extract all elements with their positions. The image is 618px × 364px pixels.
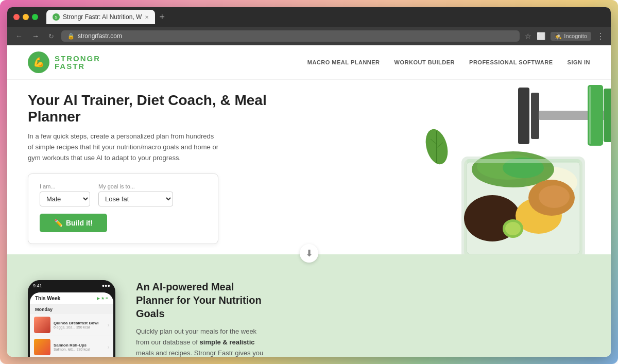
nav-professional-software[interactable]: PROFESSIONAL SOFTWARE [469, 59, 553, 65]
meal-info-2: Salmon Roll-Ups Salmon, lett... 280 kcal [54, 343, 105, 351]
green-section: ⬇ 9:41 ●●● This Week ▶ ★ ≡ [7, 254, 611, 357]
goal-group: My goal is to... Lose fat Build muscle M… [98, 183, 173, 206]
logo-line1: STRONGR [55, 55, 100, 62]
hero-left: Your AI Trainer, Diet Coach, & Meal Plan… [7, 80, 327, 254]
lock-icon: 🔒 [67, 33, 75, 40]
section-bold-1: simple & realistic [200, 338, 255, 346]
forward-button[interactable]: → [30, 31, 41, 41]
svg-rect-7 [588, 85, 603, 146]
meal-name-1: Quinoa Breakfast Bowl [54, 321, 105, 325]
barbell-image [503, 80, 611, 154]
browser-actions: ☆ ⬜ 🕵 Incognito ⋮ [525, 31, 605, 41]
meal-cal-1: 6 eggs, 2oz... 350 kcal [54, 325, 105, 329]
nav-workout-builder[interactable]: WORKOUT BUILDER [394, 59, 455, 65]
svg-point-0 [423, 127, 451, 165]
phone-week-label: This Week [35, 296, 60, 301]
incognito-label: Incognito [564, 33, 587, 39]
nav-sign-in[interactable]: SIGN IN [568, 59, 590, 65]
minimize-button[interactable] [23, 14, 29, 20]
svg-point-22 [505, 222, 521, 235]
tab-close-icon[interactable]: ✕ [145, 14, 149, 20]
hero-images [322, 80, 611, 254]
browser-window: S Strongr Fastr: AI Nutrition, W ✕ + ← →… [7, 7, 611, 357]
svg-rect-23 [467, 159, 580, 163]
tab-title: Strongr Fastr: AI Nutrition, W [63, 13, 142, 21]
hero-title: Your AI Trainer, Diet Coach, & Meal Plan… [28, 92, 306, 125]
pencil-icon: ✏️ [54, 219, 63, 227]
svg-point-15 [477, 154, 539, 180]
phone-screen: This Week ▶ ★ ≡ Monday Quinoa Breakfast … [30, 292, 113, 357]
bookmark-icon[interactable]: ☆ [525, 32, 531, 40]
meal-container-image [451, 126, 600, 254]
phone-app-store-btn[interactable]: ▶ ★ ≡ [97, 296, 108, 301]
section-body: Quickly plan out your meals for the week… [136, 326, 270, 357]
back-button[interactable]: ← [13, 31, 25, 41]
nav-macro-meal-planner[interactable]: MACRO MEAL PLANNER [307, 59, 380, 65]
logo-icon: 💪 [28, 51, 49, 73]
close-button[interactable] [13, 14, 20, 20]
leaf-image [423, 126, 451, 165]
logo-text: STRONGR FASTR [55, 55, 100, 70]
section-body-2: meals and recipes. Strongr Fastr gives y… [136, 349, 263, 357]
logo-line2: FASTR [55, 62, 100, 70]
green-content: 9:41 ●●● This Week ▶ ★ ≡ Monday [7, 265, 290, 357]
meal-arrow-2: › [108, 344, 109, 350]
incognito-icon: 🕵 [555, 33, 562, 40]
hero-form-card: I am... Male Female My goal is to... Los… [28, 174, 218, 244]
maximize-button[interactable] [32, 14, 38, 20]
meal-name-2: Salmon Roll-Ups [54, 343, 105, 348]
new-tab-button[interactable]: + [157, 12, 167, 23]
goal-label: My goal is to... [98, 183, 173, 189]
phone-day-label: Monday [30, 305, 113, 314]
incognito-indicator: 🕵 Incognito [551, 32, 591, 41]
phone-header: 9:41 ●●● [28, 280, 115, 290]
svg-point-17 [464, 195, 521, 241]
svg-line-3 [437, 143, 443, 148]
iam-select[interactable]: Male Female [40, 192, 90, 206]
url-text: strongrfastr.com [78, 32, 513, 40]
meal-arrow-1: › [108, 322, 109, 328]
site-nav: 💪 STRONGR FASTR MACRO MEAL PLANNER WORKO… [7, 45, 611, 80]
browser-outer: S Strongr Fastr: AI Nutrition, W ✕ + ← →… [0, 0, 618, 364]
traffic-lights [13, 14, 38, 20]
svg-point-16 [503, 158, 544, 178]
svg-point-18 [516, 198, 562, 234]
active-tab[interactable]: S Strongr Fastr: AI Nutrition, W ✕ [46, 10, 155, 24]
refresh-button[interactable]: ↻ [46, 31, 56, 41]
svg-rect-10 [461, 157, 585, 254]
address-bar: ← → ↻ 🔒 strongrfastr.com ☆ ⬜ 🕵 Incognito… [7, 27, 611, 45]
svg-line-2 [431, 139, 437, 144]
svg-rect-12 [467, 162, 580, 254]
nav-links: MACRO MEAL PLANNER WORKOUT BUILDER PROFE… [307, 59, 590, 65]
meal-info-1: Quinoa Breakfast Bowl 6 eggs, 2oz... 350… [54, 321, 105, 329]
build-button-label: Build it! [66, 219, 93, 227]
svg-rect-4 [518, 88, 529, 144]
tab-favicon: S [53, 13, 60, 21]
build-button[interactable]: ✏️ Build it! [40, 214, 107, 232]
scroll-down-button[interactable]: ⬇ [300, 244, 318, 263]
meal-item-1[interactable]: Quinoa Breakfast Bowl 6 eggs, 2oz... 350… [30, 314, 113, 336]
svg-rect-5 [531, 93, 539, 139]
hero-section: Your AI Trainer, Diet Coach, & Meal Plan… [7, 80, 611, 254]
address-input[interactable]: 🔒 strongrfastr.com [61, 30, 520, 42]
phone-time: 9:41 [33, 283, 42, 288]
svg-rect-11 [464, 159, 582, 254]
logo-area[interactable]: 💪 STRONGR FASTR [28, 51, 100, 73]
meal-cal-2: Salmon, lett... 280 kcal [54, 348, 105, 351]
iam-group: I am... Male Female [40, 183, 90, 206]
svg-rect-6 [539, 111, 606, 120]
goal-select[interactable]: Lose fat Build muscle Maintain weight [98, 192, 173, 206]
svg-point-14 [472, 151, 554, 187]
meal-thumb-2 [34, 339, 50, 355]
phone-status: ●●● [102, 283, 110, 288]
section-title: An AI-powered Meal Planner for Your Nutr… [136, 280, 270, 320]
meal-thumb-1 [34, 317, 50, 333]
svg-rect-8 [604, 89, 611, 142]
meal-item-2[interactable]: Salmon Roll-Ups Salmon, lett... 280 kcal… [30, 336, 113, 357]
section-text: An AI-powered Meal Planner for Your Nutr… [136, 275, 270, 357]
form-row: I am... Male Female My goal is to... Los… [40, 183, 207, 206]
more-options-button[interactable]: ⋮ [596, 31, 605, 41]
phone-mockup: 9:41 ●●● This Week ▶ ★ ≡ Monday [28, 280, 115, 357]
extensions-icon[interactable]: ⬜ [537, 32, 545, 40]
svg-rect-9 [589, 86, 591, 144]
